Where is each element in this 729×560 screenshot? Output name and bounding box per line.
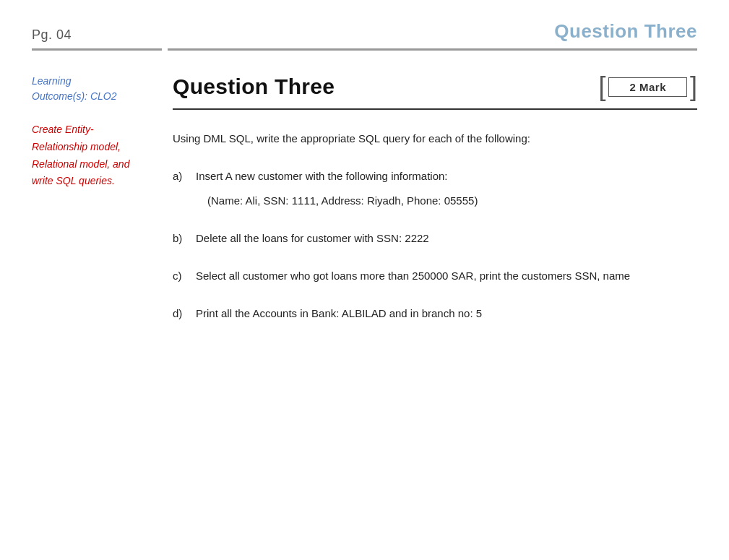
divider-left <box>32 48 162 51</box>
item-content-d: Print all the Accounts in Bank: ALBILAD … <box>196 305 697 322</box>
divider-right <box>168 48 697 51</box>
item-label-d: d) <box>173 305 196 322</box>
question-intro: Using DML SQL, write the appropriate SQL… <box>173 130 697 147</box>
sidebar-learning-line2: Outcome(s): CLO2 <box>32 90 116 102</box>
sidebar-learning-line1: Learning <box>32 75 72 87</box>
header: Pg. 04 Question Three <box>0 0 729 48</box>
item-text-d: Print all the Accounts in Bank: ALBILAD … <box>196 307 482 319</box>
item-sub-a: (Name: Ali, SSN: 1111, Address: Riyadh, … <box>207 192 697 210</box>
bracket-left-icon: [ <box>598 74 605 100</box>
item-label-c: c) <box>173 267 196 285</box>
item-label-b: b) <box>173 230 196 247</box>
header-question-title: Question Three <box>554 20 697 43</box>
bracket-right-icon: ] <box>690 74 697 100</box>
question-items: a) Insert A new customer with the follow… <box>173 168 697 322</box>
divider-container <box>0 48 729 51</box>
list-item: b) Delete all the loans for customer wit… <box>173 230 697 247</box>
sidebar: Learning Outcome(s): CLO2 Create Entity-… <box>32 74 158 343</box>
page-number: Pg. 04 <box>32 27 72 43</box>
item-text-b: Delete all the loans for customer with S… <box>196 232 429 244</box>
list-item: c) Select all customer who got loans mor… <box>173 267 697 285</box>
page-container: Pg. 04 Question Three Learning Outcome(s… <box>0 0 729 560</box>
sidebar-outcomes: Create Entity-Relationship model, Relati… <box>32 121 144 190</box>
sidebar-learning: Learning Outcome(s): CLO2 <box>32 74 144 104</box>
item-content-a: Insert A new customer with the following… <box>196 168 697 210</box>
item-label-a: a) <box>173 168 196 210</box>
content-area: Question Three [ 2 Mark ] Using DML SQL,… <box>158 74 697 343</box>
list-item: d) Print all the Accounts in Bank: ALBIL… <box>173 305 697 322</box>
list-item: a) Insert A new customer with the follow… <box>173 168 697 210</box>
question-title-text: Question Three <box>173 74 335 99</box>
main-content: Learning Outcome(s): CLO2 Create Entity-… <box>0 51 729 366</box>
item-content-c: Select all customer who got loans more t… <box>196 267 697 285</box>
item-text-a: Insert A new customer with the following… <box>196 170 448 182</box>
item-content-b: Delete all the loans for customer with S… <box>196 230 697 247</box>
item-text-c: Select all customer who got loans more t… <box>196 270 630 282</box>
question-title-row: Question Three [ 2 Mark ] <box>173 74 697 110</box>
mark-inner: 2 Mark <box>608 77 687 97</box>
mark-badge: [ 2 Mark ] <box>598 74 697 100</box>
